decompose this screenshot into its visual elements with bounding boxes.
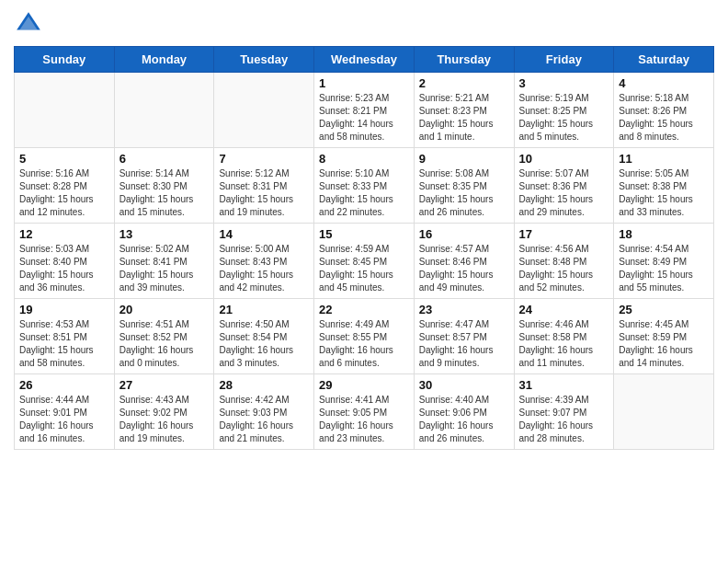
day-info: Sunrise: 5:10 AMSunset: 8:33 PMDaylight:… — [319, 167, 409, 219]
day-number: 14 — [219, 227, 309, 241]
calendar-day-12: 12Sunrise: 5:03 AMSunset: 8:40 PMDayligh… — [15, 224, 115, 299]
calendar-week-row: 5Sunrise: 5:16 AMSunset: 8:28 PMDaylight… — [15, 148, 714, 224]
logo — [14, 9, 47, 39]
day-number: 9 — [419, 152, 509, 166]
weekday-header-monday: Monday — [114, 47, 214, 73]
weekday-header-saturday: Saturday — [614, 47, 714, 73]
day-number: 6 — [119, 152, 210, 166]
calendar-day-5: 5Sunrise: 5:16 AMSunset: 8:28 PMDaylight… — [15, 148, 115, 224]
day-number: 26 — [19, 378, 109, 392]
calendar-day-4: 4Sunrise: 5:18 AMSunset: 8:26 PMDaylight… — [614, 73, 714, 148]
day-number: 25 — [619, 303, 709, 316]
day-info: Sunrise: 4:56 AMSunset: 8:48 PMDaylight:… — [519, 243, 609, 294]
day-number: 21 — [219, 303, 309, 316]
day-info: Sunrise: 4:57 AMSunset: 8:46 PMDaylight:… — [419, 243, 509, 294]
calendar-day-2: 2Sunrise: 5:21 AMSunset: 8:23 PMDaylight… — [414, 73, 514, 148]
day-number: 30 — [419, 378, 509, 392]
calendar-week-row: 26Sunrise: 4:44 AMSunset: 9:01 PMDayligh… — [15, 374, 714, 450]
day-number: 16 — [419, 227, 509, 241]
day-info: Sunrise: 5:03 AMSunset: 8:40 PMDaylight:… — [19, 243, 109, 294]
day-number: 24 — [519, 303, 609, 316]
day-number: 29 — [319, 378, 409, 392]
day-info: Sunrise: 4:39 AMSunset: 9:07 PMDaylight:… — [519, 394, 609, 445]
day-info: Sunrise: 4:53 AMSunset: 8:51 PMDaylight:… — [19, 318, 109, 370]
day-number: 8 — [319, 152, 409, 166]
calendar-day-27: 27Sunrise: 4:43 AMSunset: 9:02 PMDayligh… — [114, 374, 214, 450]
day-info: Sunrise: 5:21 AMSunset: 8:23 PMDaylight:… — [419, 92, 509, 144]
day-number: 19 — [19, 303, 109, 316]
calendar-week-row: 1Sunrise: 5:23 AMSunset: 8:21 PMDaylight… — [15, 73, 714, 148]
calendar-day-14: 14Sunrise: 5:00 AMSunset: 8:43 PMDayligh… — [214, 224, 314, 299]
calendar-day-15: 15Sunrise: 4:59 AMSunset: 8:45 PMDayligh… — [314, 224, 415, 299]
day-number: 4 — [619, 76, 709, 90]
weekday-header-thursday: Thursday — [414, 47, 514, 73]
calendar-day-7: 7Sunrise: 5:12 AMSunset: 8:31 PMDaylight… — [214, 148, 314, 224]
day-number: 13 — [119, 227, 210, 241]
calendar-empty-cell — [614, 374, 714, 450]
calendar-day-31: 31Sunrise: 4:39 AMSunset: 9:07 PMDayligh… — [514, 374, 614, 450]
calendar-day-9: 9Sunrise: 5:08 AMSunset: 8:35 PMDaylight… — [414, 148, 514, 224]
day-info: Sunrise: 4:44 AMSunset: 9:01 PMDaylight:… — [19, 394, 109, 445]
day-info: Sunrise: 4:42 AMSunset: 9:03 PMDaylight:… — [219, 394, 309, 445]
calendar-day-19: 19Sunrise: 4:53 AMSunset: 8:51 PMDayligh… — [15, 299, 115, 374]
calendar-day-3: 3Sunrise: 5:19 AMSunset: 8:25 PMDaylight… — [514, 73, 614, 148]
day-info: Sunrise: 5:12 AMSunset: 8:31 PMDaylight:… — [219, 167, 309, 219]
day-number: 3 — [519, 76, 609, 90]
calendar-day-29: 29Sunrise: 4:41 AMSunset: 9:05 PMDayligh… — [314, 374, 415, 450]
calendar-day-24: 24Sunrise: 4:46 AMSunset: 8:58 PMDayligh… — [514, 299, 614, 374]
day-info: Sunrise: 4:50 AMSunset: 8:54 PMDaylight:… — [219, 318, 309, 370]
day-number: 22 — [319, 303, 409, 316]
day-info: Sunrise: 4:59 AMSunset: 8:45 PMDaylight:… — [319, 243, 409, 294]
calendar-day-23: 23Sunrise: 4:47 AMSunset: 8:57 PMDayligh… — [414, 299, 514, 374]
calendar-week-row: 12Sunrise: 5:03 AMSunset: 8:40 PMDayligh… — [15, 224, 714, 299]
weekday-header-sunday: Sunday — [15, 47, 115, 73]
calendar-day-22: 22Sunrise: 4:49 AMSunset: 8:55 PMDayligh… — [314, 299, 415, 374]
day-number: 15 — [319, 227, 409, 241]
day-info: Sunrise: 5:05 AMSunset: 8:38 PMDaylight:… — [619, 167, 709, 219]
calendar-day-25: 25Sunrise: 4:45 AMSunset: 8:59 PMDayligh… — [614, 299, 714, 374]
weekday-header-wednesday: Wednesday — [314, 47, 415, 73]
day-number: 2 — [419, 76, 509, 90]
calendar-day-30: 30Sunrise: 4:40 AMSunset: 9:06 PMDayligh… — [414, 374, 514, 450]
day-info: Sunrise: 4:54 AMSunset: 8:49 PMDaylight:… — [619, 243, 709, 294]
day-number: 31 — [519, 378, 609, 392]
day-info: Sunrise: 4:49 AMSunset: 8:55 PMDaylight:… — [319, 318, 409, 370]
day-number: 11 — [619, 152, 709, 166]
day-info: Sunrise: 4:46 AMSunset: 8:58 PMDaylight:… — [519, 318, 609, 370]
calendar-day-10: 10Sunrise: 5:07 AMSunset: 8:36 PMDayligh… — [514, 148, 614, 224]
day-info: Sunrise: 5:07 AMSunset: 8:36 PMDaylight:… — [519, 167, 609, 219]
calendar-day-17: 17Sunrise: 4:56 AMSunset: 8:48 PMDayligh… — [514, 224, 614, 299]
day-info: Sunrise: 4:51 AMSunset: 8:52 PMDaylight:… — [119, 318, 210, 370]
calendar-empty-cell — [15, 73, 115, 148]
calendar-day-18: 18Sunrise: 4:54 AMSunset: 8:49 PMDayligh… — [614, 224, 714, 299]
calendar-day-21: 21Sunrise: 4:50 AMSunset: 8:54 PMDayligh… — [214, 299, 314, 374]
weekday-header-friday: Friday — [514, 47, 614, 73]
day-number: 23 — [419, 303, 509, 316]
day-info: Sunrise: 5:14 AMSunset: 8:30 PMDaylight:… — [119, 167, 210, 219]
day-info: Sunrise: 4:41 AMSunset: 9:05 PMDaylight:… — [319, 394, 409, 445]
day-info: Sunrise: 5:16 AMSunset: 8:28 PMDaylight:… — [19, 167, 109, 219]
day-number: 10 — [519, 152, 609, 166]
day-info: Sunrise: 5:00 AMSunset: 8:43 PMDaylight:… — [219, 243, 309, 294]
day-info: Sunrise: 5:23 AMSunset: 8:21 PMDaylight:… — [319, 92, 409, 144]
calendar-empty-cell — [214, 73, 314, 148]
calendar-day-1: 1Sunrise: 5:23 AMSunset: 8:21 PMDaylight… — [314, 73, 415, 148]
day-info: Sunrise: 5:02 AMSunset: 8:41 PMDaylight:… — [119, 243, 210, 294]
day-number: 1 — [319, 76, 409, 90]
day-number: 12 — [19, 227, 109, 241]
day-number: 5 — [19, 152, 109, 166]
day-number: 18 — [619, 227, 709, 241]
logo-icon — [14, 9, 43, 39]
calendar-day-16: 16Sunrise: 4:57 AMSunset: 8:46 PMDayligh… — [414, 224, 514, 299]
calendar-day-13: 13Sunrise: 5:02 AMSunset: 8:41 PMDayligh… — [114, 224, 214, 299]
day-info: Sunrise: 4:43 AMSunset: 9:02 PMDaylight:… — [119, 394, 210, 445]
calendar-day-26: 26Sunrise: 4:44 AMSunset: 9:01 PMDayligh… — [15, 374, 115, 450]
weekday-header-row: SundayMondayTuesdayWednesdayThursdayFrid… — [15, 47, 714, 73]
day-number: 17 — [519, 227, 609, 241]
day-info: Sunrise: 4:47 AMSunset: 8:57 PMDaylight:… — [419, 318, 509, 370]
day-info: Sunrise: 5:08 AMSunset: 8:35 PMDaylight:… — [419, 167, 509, 219]
calendar-day-8: 8Sunrise: 5:10 AMSunset: 8:33 PMDaylight… — [314, 148, 415, 224]
calendar-day-28: 28Sunrise: 4:42 AMSunset: 9:03 PMDayligh… — [214, 374, 314, 450]
page-header — [14, 9, 714, 39]
day-number: 7 — [219, 152, 309, 166]
